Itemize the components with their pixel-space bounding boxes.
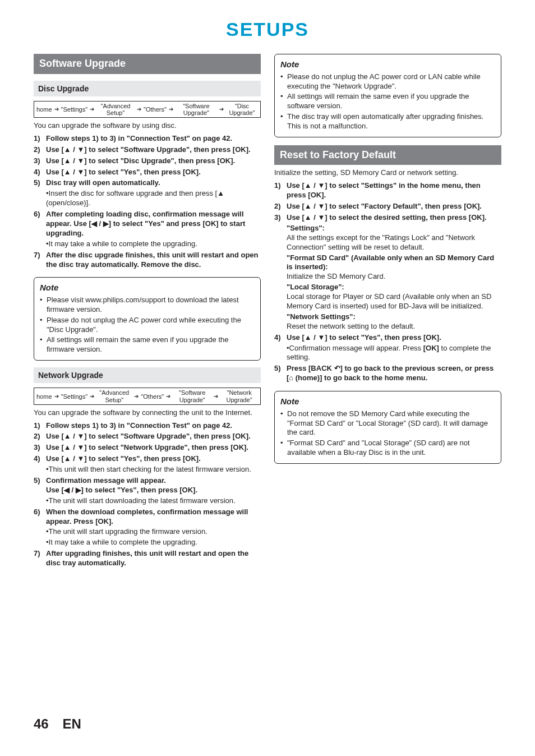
note-item: Do not remove the SD Memory Card while e… (287, 409, 495, 438)
step-text: After upgrading finishes, this unit will… (46, 549, 261, 568)
note-item: The disc tray will open automatically af… (287, 112, 495, 131)
step-num: 3) (34, 156, 46, 166)
setting-heading: "Local Storage": (287, 283, 344, 291)
step-num: 3) (34, 443, 46, 453)
bc-item: "Settings" (61, 106, 88, 113)
bc-item: "Advanced Setup" (96, 103, 135, 116)
step-text: Use [▲ / ▼] to select "Yes", then press … (46, 454, 261, 474)
step-text: Use [▲ / ▼] to select "Yes", then press … (46, 168, 261, 177)
page-title: SETUPS (0, 0, 535, 46)
disc-upgrade-steps: 1)Follow steps 1) to 3) in "Connection T… (34, 134, 261, 270)
subsection-network-upgrade: Network Upgrade (34, 367, 261, 383)
note-item: Please visit www.philips.com/support to … (47, 296, 255, 315)
subsection-disc-upgrade: Disc Upgrade (34, 81, 261, 96)
setting-body: Reset the network setting to the default… (287, 322, 415, 330)
setting-heading: "Network Settings": (287, 312, 356, 321)
note-box-disc: Note •Please visit www.philips.com/suppo… (34, 277, 261, 361)
arrow-icon: ➔ (218, 105, 225, 113)
substep-text: Insert the disc for software upgrade and… (46, 189, 224, 207)
step-text: When the download completes, confirmatio… (46, 508, 261, 548)
bc-item: "Network Upgrade" (220, 389, 258, 403)
page-lang: EN (62, 716, 81, 731)
step-num: 3) (274, 213, 287, 331)
breadcrumb-disc-upgrade: home➔ "Settings"➔ "Advanced Setup"➔ "Oth… (34, 101, 261, 118)
setting-heading: "Format SD Card" (Available only when an… (287, 253, 494, 271)
note-box-reset: Note •Do not remove the SD Memory Card w… (274, 391, 501, 464)
step-num: 1) (34, 421, 46, 431)
left-column: Software Upgrade Disc Upgrade home➔ "Set… (34, 46, 261, 568)
page-footer: 46 EN (34, 715, 81, 732)
bc-item: home (36, 106, 52, 113)
note-title: Note (40, 282, 255, 293)
bc-item: "Others" (141, 393, 164, 400)
step-text: Use [▲ / ▼] to select the desired settin… (287, 213, 501, 331)
substep-text: The unit will start downloading the late… (49, 496, 236, 505)
setting-body: Local storage for Player or SD card (Ava… (287, 292, 491, 310)
step-num: 2) (34, 432, 46, 441)
arrow-icon: ➔ (213, 393, 219, 400)
step-text: Disc tray will open automatically. •Inse… (46, 178, 261, 208)
step-num: 4) (34, 454, 46, 474)
reset-intro: Initialize the setting, SD Memory Card o… (274, 168, 501, 178)
setting-body: All the settings except for the "Ratings… (287, 233, 475, 251)
section-reset-factory: Reset to Factory Default (274, 145, 501, 165)
step-num: 5) (34, 476, 46, 506)
step-text: Use [▲ / ▼] to select "Settings" in the … (287, 181, 501, 200)
bc-item: "Advanced Setup" (96, 389, 132, 403)
step-text: Follow steps 1) to 3) in "Connection Tes… (46, 421, 261, 431)
step-num: 4) (34, 168, 46, 177)
note-box-network: Note •Please do not unplug the AC power … (274, 54, 501, 137)
step-text: Use [▲ / ▼] to select "Software Upgrade"… (46, 145, 261, 155)
bc-item: "Disc Upgrade" (226, 103, 258, 116)
bc-item: "Others" (144, 106, 167, 113)
step-text: Follow steps 1) to 3) in "Connection Tes… (46, 134, 261, 144)
arrow-icon: ➔ (53, 105, 60, 113)
bc-item: home (36, 393, 52, 400)
step-num: 7) (34, 251, 46, 270)
step-text: Use [▲ / ▼] to select "Yes", then press … (287, 333, 501, 363)
arrow-icon: ➔ (133, 393, 140, 400)
step-num: 1) (34, 134, 46, 144)
right-column: Note •Please do not unplug the AC power … (274, 46, 501, 568)
step-num: 6) (34, 210, 46, 249)
bc-item: "Software Upgrade" (176, 103, 217, 116)
note-item: All settings will remain the same even i… (47, 335, 255, 354)
step-text: After completing loading disc, confirmat… (46, 210, 261, 249)
bc-item: "Software Upgrade" (173, 389, 211, 403)
step-num: 6) (34, 508, 46, 548)
substep-text: This unit will then start checking for t… (49, 465, 251, 473)
step-text: Use [▲ / ▼] to select "Network Upgrade",… (46, 443, 261, 453)
breadcrumb-network-upgrade: home➔ "Settings"➔ "Advanced Setup"➔ "Oth… (34, 388, 261, 404)
disc-upgrade-intro: You can upgrade the software by using di… (34, 121, 261, 131)
substep-text: It may take a while to complete the upgr… (49, 538, 197, 546)
note-item: Please do not unplug the AC power cord w… (47, 316, 255, 335)
note-item: All settings will remain the same even i… (287, 92, 495, 111)
arrow-icon: ➔ (53, 393, 60, 400)
substep-text: The unit will start upgrading the firmwa… (49, 527, 207, 536)
network-upgrade-steps: 1)Follow steps 1) to 3) in "Connection T… (34, 421, 261, 568)
setting-heading: "Settings": (287, 224, 325, 232)
substep-text: Confirmation message will appear. Press … (287, 344, 491, 362)
step-num: 1) (274, 181, 287, 200)
page-number: 46 (34, 716, 49, 731)
step-text: Use [▲ / ▼] to select "Factory Default",… (287, 202, 501, 211)
step-text: Use [▲ / ▼] to select "Software Upgrade"… (46, 432, 261, 441)
step-text: Use [▲ / ▼] to select "Disc Upgrade", th… (46, 156, 261, 166)
step-num: 4) (274, 333, 287, 363)
arrow-icon: ➔ (168, 105, 174, 113)
section-software-upgrade: Software Upgrade (34, 54, 261, 73)
note-item: Please do not unplug the AC power cord o… (287, 72, 495, 91)
step-num: 2) (34, 145, 46, 155)
step-text: After the disc upgrade finishes, this un… (46, 251, 261, 270)
step-text: Press [BACK ↶] to go back to the previou… (287, 364, 501, 383)
network-upgrade-intro: You can upgrade the software by connecti… (34, 408, 261, 418)
setting-body: Initialize the SD Memory Card. (287, 272, 385, 280)
step-num: 7) (34, 549, 46, 568)
substep-text: It may take a while to complete the upgr… (49, 239, 197, 248)
step-text: Confirmation message will appear. Use [◀… (46, 476, 261, 506)
content-area: Software Upgrade Disc Upgrade home➔ "Set… (0, 46, 535, 568)
note-title: Note (280, 396, 495, 407)
step-num: 5) (34, 178, 46, 208)
bc-item: "Settings" (61, 393, 88, 400)
step-num: 5) (274, 364, 287, 383)
